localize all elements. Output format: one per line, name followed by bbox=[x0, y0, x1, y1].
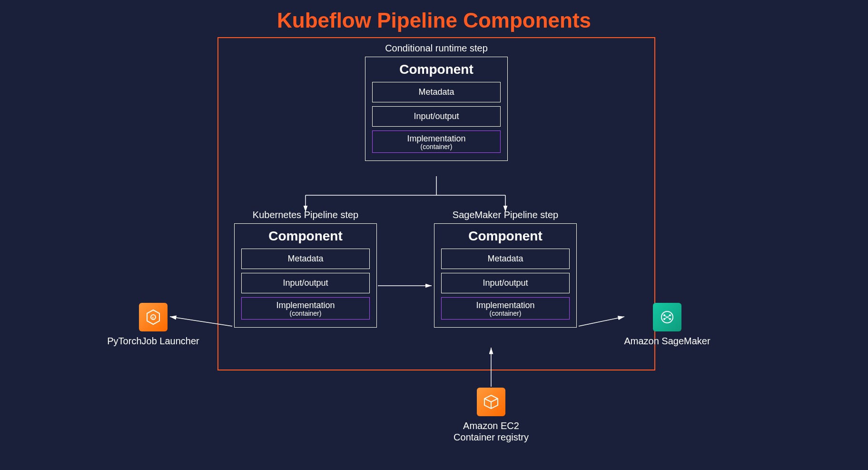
step-label: SageMaker Pipeline step bbox=[434, 210, 577, 220]
impl-sublabel: (container) bbox=[375, 143, 498, 150]
brain-circuit-icon bbox=[659, 309, 676, 326]
io-box: Input/output bbox=[241, 273, 370, 293]
metadata-box: Metadata bbox=[441, 249, 570, 269]
implementation-box: Implementation (container) bbox=[372, 130, 501, 153]
impl-label: Implementation bbox=[407, 134, 465, 143]
step-label: Conditional runtime step bbox=[365, 43, 508, 54]
diagram-canvas: Kubeflow Pipeline Components Conditional… bbox=[77, 0, 791, 470]
pytorchjob-launcher-node: K PyTorchJob Launcher bbox=[106, 303, 201, 347]
sagemaker-pipeline-step: SageMaker Pipeline step Component Metada… bbox=[434, 210, 577, 328]
cube-icon bbox=[483, 393, 500, 410]
amazon-sagemaker-node: Amazon SageMaker bbox=[620, 303, 715, 347]
sagemaker-icon bbox=[653, 303, 681, 331]
io-box: Input/output bbox=[441, 273, 570, 293]
hexagon-icon: K bbox=[145, 309, 162, 326]
diagram-title: Kubeflow Pipeline Components bbox=[77, 9, 791, 32]
impl-sublabel: (container) bbox=[444, 310, 567, 317]
component-box: Component Metadata Input/output Implemen… bbox=[234, 223, 377, 328]
node-label-line2: Container registry bbox=[434, 431, 548, 443]
metadata-box: Metadata bbox=[241, 249, 370, 269]
component-heading: Component bbox=[241, 229, 370, 244]
conditional-runtime-step: Conditional runtime step Component Metad… bbox=[365, 43, 508, 161]
component-box: Component Metadata Input/output Implemen… bbox=[434, 223, 577, 328]
node-label: PyTorchJob Launcher bbox=[106, 335, 201, 347]
component-box: Component Metadata Input/output Implemen… bbox=[365, 57, 508, 161]
svg-text:K: K bbox=[152, 316, 155, 320]
kubernetes-hex-icon: K bbox=[139, 303, 168, 331]
implementation-box: Implementation (container) bbox=[241, 297, 370, 320]
kubernetes-pipeline-step: Kubernetes Pipeline step Component Metad… bbox=[234, 210, 377, 328]
metadata-box: Metadata bbox=[372, 82, 501, 102]
impl-label: Implementation bbox=[476, 300, 534, 310]
node-label: Amazon SageMaker bbox=[620, 335, 715, 347]
implementation-box: Implementation (container) bbox=[441, 297, 570, 320]
impl-sublabel: (container) bbox=[244, 310, 367, 317]
component-heading: Component bbox=[372, 62, 501, 77]
ecr-cube-icon bbox=[477, 388, 505, 416]
impl-label: Implementation bbox=[276, 300, 335, 310]
io-box: Input/output bbox=[372, 106, 501, 127]
component-heading: Component bbox=[441, 229, 570, 244]
amazon-ec2-ecr-node: Amazon EC2 Container registry bbox=[434, 388, 548, 443]
step-label: Kubernetes Pipeline step bbox=[234, 210, 377, 220]
node-label-line1: Amazon EC2 bbox=[434, 420, 548, 431]
